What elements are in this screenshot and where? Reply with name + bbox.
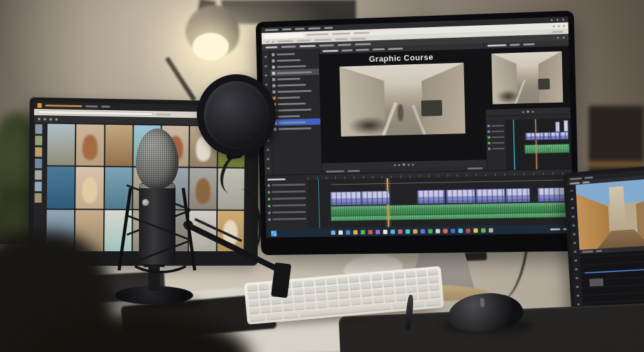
keyboard-key: [306, 302, 316, 309]
keyboard-key: [266, 313, 282, 321]
video-clip: [418, 190, 445, 204]
keyboard-key: [430, 292, 440, 298]
keyboard-key: [338, 276, 348, 283]
keyboard-key: [395, 287, 406, 293]
keyboard-key: [338, 284, 349, 291]
keyboard-key: [292, 281, 303, 288]
keyboard-key: [248, 292, 258, 299]
lamp-bulb: [192, 33, 229, 60]
keyboard-key: [396, 294, 406, 301]
taskbar-icon: [436, 229, 440, 233]
audio-clip: [524, 144, 569, 154]
taskbar-icon: [481, 228, 486, 232]
video-clip: [525, 132, 535, 140]
tablet: [563, 164, 644, 324]
keyboard-key: [326, 278, 337, 285]
timeline-tracks: [308, 174, 573, 229]
pedestrian: [397, 104, 404, 121]
video-editor-screen: Graphic Course: [261, 16, 573, 237]
taskbar-icon: [331, 230, 335, 234]
source-monitor-panel: Graphic Course: [319, 43, 487, 174]
mini-tracks: [505, 118, 572, 170]
video-clip: [475, 188, 505, 203]
keyboard-key: [294, 304, 305, 310]
timeline-track-line: [584, 268, 644, 273]
building-right: [421, 63, 466, 135]
keyboard-key: [271, 298, 282, 305]
keyframe-line: [331, 179, 569, 185]
keyboard-key: [260, 298, 270, 305]
taskbar-icon: [368, 230, 372, 234]
keyboard-key: [405, 271, 416, 278]
sidebar-thumbnail: [35, 181, 42, 191]
layers-panel: [269, 48, 322, 175]
keyboard-key: [340, 299, 350, 306]
taskbar-icon: [451, 229, 455, 233]
keyboard-key: [349, 283, 360, 290]
taskbar-icon: [338, 230, 343, 234]
keyboard-key: [372, 281, 382, 288]
clip-block: [589, 278, 604, 286]
keyboard-key: [316, 293, 327, 300]
keyboard-key: [406, 286, 417, 293]
track-header: [266, 215, 309, 223]
sidebar-thumbnail: [35, 147, 42, 157]
keyboard-key: [360, 282, 371, 289]
keyboard-key: [383, 280, 394, 287]
taskbar-icon: [383, 229, 387, 234]
sidebar-thumbnail: [35, 193, 42, 203]
keyboard-key: [384, 295, 395, 302]
keyboard-key: [428, 269, 438, 276]
keyboard-key: [304, 280, 314, 287]
taskbar-icon: [391, 229, 395, 234]
old-town-photo: [575, 178, 644, 250]
mic-button: [142, 199, 149, 206]
keyboard-key: [272, 305, 282, 312]
building-right: [538, 51, 564, 103]
timeline-panel: [265, 169, 573, 229]
taskbar-icon: [346, 230, 350, 234]
keyboard-key: [258, 283, 269, 290]
keyboard-key: [350, 291, 361, 298]
video-clip: [446, 189, 475, 203]
keyboard-key: [283, 311, 299, 319]
truck: [538, 78, 550, 90]
keyboard-key: [247, 285, 258, 292]
workspace-photo: Graphic Course: [0, 0, 644, 352]
taskbar-icon: [474, 228, 478, 232]
program-viewer: [484, 46, 570, 110]
mini-track-labels: [486, 120, 506, 170]
shockmount-ring: [128, 242, 193, 273]
tablet-timeline: [580, 249, 644, 311]
photo-thumbnail: [105, 125, 133, 166]
keyboard-key: [328, 293, 338, 300]
taskbar-icon: [489, 228, 493, 232]
secondary-timeline: [486, 114, 572, 171]
taskbar-icon: [406, 229, 410, 234]
keyboard-key: [250, 314, 265, 322]
keyboard-key: [283, 304, 294, 311]
start-button: [271, 230, 277, 236]
keyboard-key: [416, 270, 427, 276]
video-clip: [361, 191, 390, 205]
keyboard-key: [304, 287, 315, 294]
layer-row: [272, 125, 321, 132]
keyboard-key: [392, 302, 408, 309]
keyboard-key: [328, 300, 339, 307]
keyboard-key: [315, 279, 326, 286]
keyboard-key: [406, 278, 416, 285]
keyboard-key: [425, 299, 441, 307]
taskbar-icon: [353, 230, 358, 234]
keyboard-key: [316, 287, 326, 293]
track-label: [487, 145, 506, 152]
taskbar-icon: [428, 229, 433, 233]
keyboard-key: [260, 306, 271, 313]
keyboard-key: [248, 300, 259, 307]
scroll-wheel: [479, 298, 484, 307]
video-clip: [564, 120, 569, 132]
sidebar-thumbnail: [35, 135, 42, 145]
sidebar-thumbnail: [35, 124, 42, 133]
keyboard-key: [418, 285, 428, 292]
keyboard-key: [371, 274, 382, 281]
keyboard-key: [305, 295, 316, 302]
